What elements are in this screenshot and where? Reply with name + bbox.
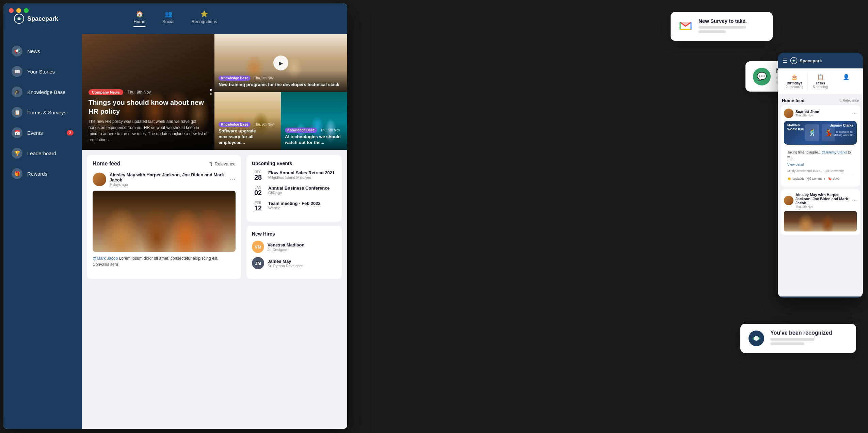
rewards-icon: 🎁 xyxy=(12,168,22,179)
applaud-button[interactable]: 👏 Applauds xyxy=(787,177,805,180)
hero-content: Company News Thu, 9th Nov Things you sho… xyxy=(82,82,214,150)
nav-tab-social[interactable]: 👥 Social xyxy=(162,10,174,27)
event-name-1: Annual Business Conference xyxy=(268,186,336,191)
maximize-button[interactable] xyxy=(24,8,29,13)
right-panel: Upcoming Events Dec 28 Flow Annual Sales… xyxy=(246,155,342,279)
post-author-info: Ainsley May with Harper Jackson, Joe Bid… xyxy=(110,172,226,187)
hero-card-top[interactable]: ▶ Knowledge Base Thu, 9th Nov New traini… xyxy=(214,34,347,92)
mobile-logo: Spacepark xyxy=(790,57,822,64)
hero-main-card[interactable]: Company News Thu, 9th Nov Things you sho… xyxy=(82,34,214,150)
hero-card-top-content: Knowledge Base Thu, 9th Nov New training… xyxy=(214,70,347,92)
birthdays-label: Birthdays xyxy=(782,81,807,85)
feed-container: Home feed ⇅ Relevance Ainsley May with H… xyxy=(87,155,241,279)
stories-icon: 📖 xyxy=(12,66,22,77)
card-tag-0: Knowledge Base xyxy=(219,76,251,81)
comment-button[interactable]: 💬 Comment xyxy=(807,177,825,180)
dot-2[interactable] xyxy=(210,93,212,95)
mobile-logo-text: Spacepark xyxy=(800,58,822,63)
mobile-widget-tasks[interactable]: 📋 Tasks 6 pending xyxy=(808,72,834,91)
content-area: 📢 News 📖 Your Stories 🎓 Knowledge Base 📋… xyxy=(3,34,347,429)
mobile-header: ☰ Spacepark xyxy=(778,53,863,68)
minimize-button[interactable] xyxy=(16,8,21,13)
recognitions-icon: ⭐ xyxy=(200,10,208,18)
dot-1[interactable] xyxy=(210,89,212,91)
hero-right: ▶ Knowledge Base Thu, 9th Nov New traini… xyxy=(214,34,347,150)
sidebar-item-events[interactable]: 📅 Events 3 xyxy=(3,123,82,143)
tasks-icon: 📋 xyxy=(808,74,833,80)
home-icon: 🏠 xyxy=(136,10,143,18)
gmail-notification: New Survey to take. xyxy=(671,12,773,41)
card-date-1: Thu, 9th Nov xyxy=(254,123,273,126)
social-icon: 👥 xyxy=(165,10,172,18)
tasks-value: 6 pending xyxy=(808,85,833,89)
rec-graphic: MAKINGWORK FUN 🕺 💃 Jeremy Clarks recogni… xyxy=(784,121,857,145)
recognized-notification: You've been recognized xyxy=(740,324,856,353)
event-date-0: Dec 28 xyxy=(252,170,264,181)
card-title-2: AI technologies we should watch out for … xyxy=(285,134,343,146)
mobile-app-card: ☰ Spacepark 🎂 Birthdays 2 upcoming 📋 Tas… xyxy=(778,53,863,298)
hero-tag: Company News xyxy=(89,89,123,95)
spacepark-logo-icon xyxy=(14,13,25,24)
sidebar-item-rewards[interactable]: 🎁 Rewards xyxy=(3,163,82,184)
rec-text-overlay: MAKINGWORK FUN xyxy=(787,124,804,131)
card-title-0: New training programs for the developers… xyxy=(219,82,343,88)
post-text: @Mark Jacob @Mark Jacob Lorem ipsum dolo… xyxy=(93,255,236,268)
app-header: Spacepark 🏠 Home 👥 Social ⭐ Recognitions xyxy=(3,3,347,34)
svg-point-6 xyxy=(793,60,795,62)
mobile-post1-more[interactable]: ⋯ xyxy=(852,111,857,116)
gmail-notif-content: New Survey to take. xyxy=(698,18,747,35)
hero-card-bottom-left[interactable]: Knowledge Base Thu, 9th Nov Software upg… xyxy=(214,92,281,150)
profile-icon: 👤 xyxy=(833,74,859,80)
card-tag-1: Knowledge Base xyxy=(219,122,251,127)
save-button[interactable]: 🔖 Save xyxy=(828,177,839,180)
recognized-title: You've been recognized xyxy=(770,330,832,336)
sidebar-item-forms-surveys[interactable]: 📋 Forms & Surveys xyxy=(3,102,82,123)
knowledge-icon: 🎓 xyxy=(12,86,22,97)
hero-card-bottom-right[interactable]: Knowledge Base Thu, 9th Nov AI technolog… xyxy=(281,92,347,150)
relevance-sort-button[interactable]: ⇅ Relevance xyxy=(209,161,236,166)
play-button[interactable]: ▶ xyxy=(273,55,288,70)
sidebar-item-knowledge-base[interactable]: 🎓 Knowledge Base xyxy=(3,82,82,102)
events-title: Upcoming Events xyxy=(252,161,336,166)
hires-card: New Hires VM Venessa Madison Jr. Designe… xyxy=(246,226,342,279)
logo-area: Spacepark xyxy=(14,13,58,24)
view-detail-link[interactable]: View detail xyxy=(787,163,804,166)
mobile-widgets: 🎂 Birthdays 2 upcoming 📋 Tasks 6 pending… xyxy=(778,68,863,95)
no-office-icon: 💬 xyxy=(753,68,771,85)
close-button[interactable] xyxy=(9,8,14,13)
mobile-post-2: Ainsley May with Harper Jackson, Joe Bid… xyxy=(781,189,860,235)
main-content: Company News Thu, 9th Nov Things you sho… xyxy=(82,34,347,429)
hero-description: The new HR policy was updated last week … xyxy=(89,118,208,143)
mobile-post1-text: Taking time to appre... @Jeremy Clarks t… xyxy=(787,150,853,160)
mobile-widget-profile[interactable]: 👤 xyxy=(833,72,859,91)
hire-item-1: JM James May Sr. Python Developer xyxy=(252,257,336,269)
mobile-relevance[interactable]: ⇅ Relevance xyxy=(839,99,859,102)
post-author-name: Ainsley May with Harper Jackson, Joe Bid… xyxy=(110,172,226,182)
events-card: Upcoming Events Dec 28 Flow Annual Sales… xyxy=(246,155,342,222)
mobile-post-1: Scarlett Jhon Thu, 9th Nov ⋯ MAKINGWORK … xyxy=(781,105,860,187)
mobile-menu-icon[interactable]: ☰ xyxy=(783,58,787,64)
app-logo-text: Spacepark xyxy=(27,15,58,22)
mobile-post1-mention[interactable]: @Jeremy Clarks xyxy=(822,150,847,154)
mobile-body: 🎂 Birthdays 2 upcoming 📋 Tasks 6 pending… xyxy=(778,68,863,296)
feed-title: Home feed xyxy=(93,161,120,167)
mobile-post1-content: Taking time to appre... @Jeremy Clarks t… xyxy=(784,147,857,183)
event-item-2: Feb 12 Team meeting - Feb 2022 Webex xyxy=(252,201,336,211)
nav-tab-home[interactable]: 🏠 Home xyxy=(133,10,145,27)
mobile-post2-more[interactable]: ⋯ xyxy=(852,198,857,203)
mobile-post1-actions: 👏 Applauds 💬 Comment 🔖 Save xyxy=(787,175,853,180)
sidebar-item-news[interactable]: 📢 News xyxy=(3,41,82,61)
sidebar-item-leaderboard[interactable]: 🏆 Leaderboard xyxy=(3,143,82,163)
mobile-widget-birthdays[interactable]: 🎂 Birthdays 2 upcoming xyxy=(782,72,808,91)
event-location-1: Chicago xyxy=(268,191,336,195)
post-mention[interactable]: @Mark Jacob xyxy=(93,256,118,261)
post-more-button[interactable]: ⋯ xyxy=(229,176,236,183)
nav-tab-recognitions[interactable]: ⭐ Recognitions xyxy=(191,10,217,27)
post-time: 9 days ago xyxy=(110,182,226,187)
sidebar-item-your-stories[interactable]: 📖 Your Stories xyxy=(3,61,82,82)
mobile-post1-header: Scarlett Jhon Thu, 9th Nov ⋯ xyxy=(784,109,857,118)
hero-date: Thu, 9th Nov xyxy=(127,90,151,95)
mobile-logo-icon xyxy=(790,57,798,64)
event-name-0: Flow Annual Sales Retreat 2021 xyxy=(268,170,336,175)
post-avatar xyxy=(93,173,106,186)
